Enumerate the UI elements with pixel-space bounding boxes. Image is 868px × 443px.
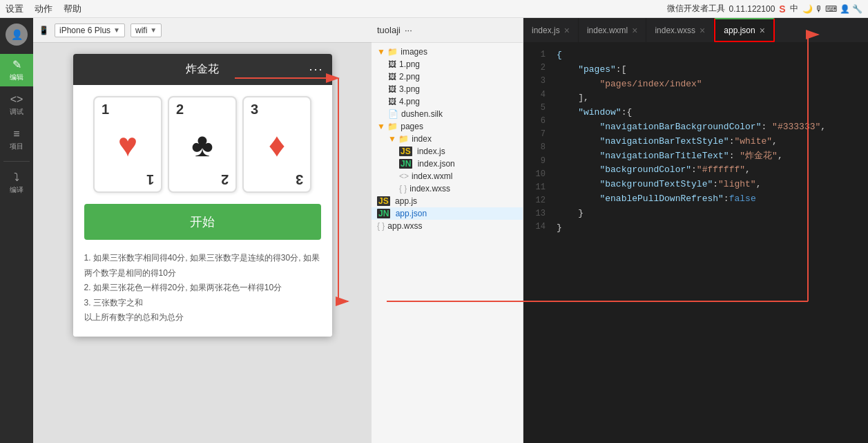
- card-1-number-top: 1: [102, 102, 109, 117]
- tree-2png[interactable]: 🖼 2.png: [372, 70, 523, 83]
- json-icon-app: JN: [377, 209, 390, 218]
- device-bar: 📱 iPhone 6 Plus ▼ wifi ▼: [33, 18, 372, 43]
- card-2-number-top: 2: [176, 102, 184, 117]
- tree-3png[interactable]: 🖼 3.png: [372, 83, 523, 95]
- ln-3: 3: [523, 75, 551, 88]
- card-3: 3 ♦ 3: [242, 96, 311, 193]
- editor-tabs: index.js × index.wxml × index.wxss × app…: [523, 18, 868, 43]
- card-3-number-bottom: 3: [296, 171, 303, 187]
- tab-index-wxss-close[interactable]: ×: [700, 25, 705, 36]
- cards-row: 1 ♥ 1 2 ♣ 2 3 ♦ 3: [84, 96, 321, 193]
- tab-app-json-close[interactable]: ×: [760, 25, 765, 36]
- main-layout: 👤 ✎ 编辑 <> 调试 ≡ 项目 ⤵ 编译 📱 iPhone 6 Plus ▼: [0, 18, 868, 443]
- wxml-icon-index: <>: [399, 171, 409, 181]
- tree-index-wxml-label: index.wxml: [412, 171, 452, 181]
- phone-nav-bar: 炸金花 ···: [73, 54, 332, 85]
- sidebar-item-edit[interactable]: ✎ 编辑: [0, 54, 33, 86]
- tree-index-json[interactable]: JN index.json: [372, 158, 523, 170]
- ln-10: 10: [523, 168, 551, 181]
- sidebar-item-debug[interactable]: <> 调试: [0, 89, 33, 121]
- json-icon-index: JN: [399, 159, 412, 169]
- tree-2png-label: 2.png: [399, 72, 420, 82]
- image-icon-4: 🖼: [388, 97, 396, 106]
- phone-area: 📱 iPhone 6 Plus ▼ wifi ▼ 炸金花 ··· 1: [33, 18, 372, 443]
- card-1-number-bottom: 1: [146, 171, 154, 187]
- rules-text: 1. 如果三张数字相同得40分, 如果三张数字是连续的得30分, 如果 两个数字…: [84, 251, 321, 326]
- sidebar-item-debug-label: 调试: [10, 107, 23, 117]
- ln-11: 11: [523, 181, 551, 194]
- tree-images-folder[interactable]: ▼ 📁 images: [372, 46, 523, 58]
- tab-index-js-close[interactable]: ×: [564, 25, 570, 36]
- avatar-text: 👤: [11, 29, 23, 40]
- tree-app-wxss[interactable]: { } app.wxss: [372, 220, 523, 232]
- card-2: 2 ♣ 2: [168, 96, 237, 193]
- menu-settings[interactable]: 设置: [6, 3, 23, 15]
- card-1-symbol: ♥: [118, 126, 138, 164]
- folder-icon-index: ▼ 📁: [388, 134, 409, 144]
- debug-icon: <>: [10, 93, 23, 106]
- tab-index-wxss[interactable]: index.wxss ×: [646, 18, 714, 42]
- device-chevron: ▼: [113, 26, 120, 34]
- file-tree-area: tuolaji ··· ▼ 📁 images 🖼 1.png 🖼 2.png 🖼…: [372, 18, 523, 443]
- rule-1b: 两个数字是相同的得10分: [84, 266, 321, 281]
- menu-bar: 设置 动作 帮助 微信开发者工具 0.11.122100 S 中 🌙 🎙 ⌨ 👤…: [0, 0, 868, 18]
- wxss-icon-app: { }: [377, 221, 385, 231]
- tree-index-json-label: index.json: [418, 159, 455, 169]
- menu-actions[interactable]: 动作: [35, 3, 52, 15]
- card-3-number-top: 3: [251, 102, 258, 117]
- sidebar-item-edit-label: 编辑: [10, 73, 23, 82]
- tree-app-json-label: app.json: [396, 209, 427, 218]
- tree-index-wxml[interactable]: <> index.wxml: [372, 170, 523, 182]
- tree-index-folder[interactable]: ▼ 📁 index: [372, 133, 523, 145]
- network-chevron: ▼: [150, 26, 157, 34]
- ln-9: 9: [523, 155, 551, 168]
- editor-area: index.js × index.wxml × index.wxss × app…: [523, 18, 868, 443]
- tree-images-label: images: [401, 47, 427, 57]
- tree-index-wxss[interactable]: { } index.wxss: [372, 182, 523, 195]
- device-icon: 📱: [39, 26, 49, 35]
- tab-index-js-label: index.js: [532, 26, 560, 35]
- tree-3png-label: 3.png: [399, 84, 420, 94]
- tree-4png[interactable]: 🖼 4.png: [372, 95, 523, 108]
- ln-1: 1: [523, 48, 551, 62]
- network-selector[interactable]: wifi ▼: [131, 23, 162, 37]
- ln-4: 4: [523, 88, 551, 102]
- silk-icon: 📄: [388, 109, 398, 119]
- ln-8: 8: [523, 141, 551, 154]
- ln-5: 5: [523, 102, 551, 115]
- tree-1png[interactable]: 🖼 1.png: [372, 58, 523, 70]
- tree-index-js-label: index.js: [417, 147, 445, 156]
- phone-nav-title: 炸金花: [186, 62, 219, 77]
- sidebar: 👤 ✎ 编辑 <> 调试 ≡ 项目 ⤵ 编译: [0, 18, 33, 443]
- start-button[interactable]: 开始: [84, 204, 321, 240]
- wxss-icon-index: { }: [399, 184, 407, 194]
- image-icon-3: 🖼: [388, 84, 396, 94]
- ln-13: 13: [523, 207, 551, 220]
- tree-dushen[interactable]: 📄 dushen.silk: [372, 108, 523, 120]
- card-2-symbol: ♣: [191, 126, 213, 164]
- tree-dushen-label: dushen.silk: [401, 109, 443, 119]
- sidebar-item-project[interactable]: ≡ 项目: [0, 124, 33, 155]
- project-name: tuolaji: [377, 25, 401, 35]
- tree-index-js[interactable]: JS index.js: [372, 145, 523, 158]
- js-icon-index: JS: [399, 147, 412, 156]
- phone-content: 1 ♥ 1 2 ♣ 2 3 ♦ 3: [73, 85, 332, 337]
- phone-frame: 炸金花 ··· 1 ♥ 1 2 ♣ 2: [73, 54, 332, 337]
- lang-indicator: 中: [790, 3, 798, 15]
- tree-more-icon[interactable]: ···: [405, 25, 412, 35]
- tab-index-wxml-close[interactable]: ×: [632, 25, 637, 36]
- device-selector[interactable]: iPhone 6 Plus ▼: [55, 23, 125, 37]
- tab-index-wxml[interactable]: index.wxml ×: [579, 18, 647, 42]
- menu-help[interactable]: 帮助: [64, 3, 81, 15]
- tree-app-js[interactable]: JS app.js: [372, 195, 523, 207]
- sidebar-item-compile-label: 编译: [10, 185, 23, 195]
- brand-icon: S: [779, 3, 785, 15]
- image-icon-1: 🖼: [388, 59, 396, 69]
- rule-1: 1. 如果三张数字相同得40分, 如果三张数字是连续的得30分, 如果: [84, 251, 321, 266]
- tree-pages-folder[interactable]: ▼ 📁 pages: [372, 120, 523, 133]
- tab-index-js[interactable]: index.js ×: [523, 18, 579, 42]
- sidebar-item-compile[interactable]: ⤵ 编译: [0, 167, 33, 199]
- tab-app-json[interactable]: app.json ×: [714, 18, 775, 42]
- tree-app-json[interactable]: JN app.json: [372, 207, 523, 220]
- code-content[interactable]: { "pages":[ "pages/index/index" ], "wind…: [551, 43, 868, 443]
